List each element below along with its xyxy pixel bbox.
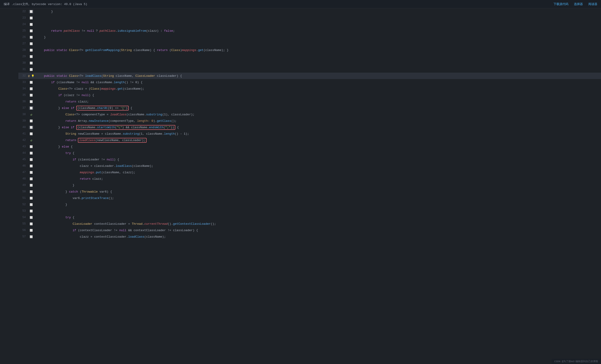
gutter-cell: ⬜ (28, 17, 35, 20)
code-row: 48⬜ return clazz; (18, 176, 601, 182)
code-content: } (35, 10, 53, 13)
code-row: 51⬜ var6.printStackTrace(); (18, 195, 601, 201)
code-content: var6.printStackTrace(); (35, 196, 114, 200)
line-number: 48 (18, 177, 28, 180)
debug-icon: ↺ (30, 113, 32, 117)
line-number: 24 (18, 23, 28, 26)
code-row: 45⬜ if (classLoader != null) { (18, 156, 601, 163)
gutter-cell: ⬜ (28, 210, 35, 212)
line-number: 30 (18, 61, 28, 65)
line-number: 46 (18, 164, 28, 168)
line-number: 42 (18, 139, 28, 142)
gutter-cell: ⬜ (28, 197, 35, 200)
line-number: 57 (18, 235, 28, 238)
code-content: } else if (className.startsWith("L") && … (35, 126, 179, 129)
gutter-cell: ⬜ (28, 30, 35, 32)
code-row: 37⬜ } else if (className.charAt(0) == '[… (18, 105, 601, 111)
line-number: 35 (18, 93, 28, 97)
gutter-cell: @ 💡 (28, 74, 35, 77)
breakpoint-indicator: ⬜ (29, 126, 34, 129)
code-row: 33⬜ if (className != null && className.l… (18, 79, 601, 85)
code-content: } (35, 184, 74, 187)
gutter-cell: ⬜ (28, 216, 35, 219)
line-number: 38 (18, 113, 28, 116)
code-content: if (clazz != null) { (35, 93, 94, 97)
download-source-action[interactable]: 下载源代码 (553, 2, 568, 6)
code-content: return pathClass != null ? pathClass.isA… (35, 29, 175, 33)
code-content: return loadClass(newClassName, classLoad… (35, 139, 147, 142)
line-number: 26 (18, 36, 28, 39)
empty-gutter: ⬜ (30, 190, 33, 193)
empty-gutter: ⬜ (30, 235, 33, 238)
code-content: } (35, 203, 67, 206)
line-number: 50 (18, 190, 28, 193)
empty-gutter: ⬜ (30, 164, 33, 168)
gutter-cell: ⬜ (28, 177, 35, 180)
empty-gutter: ⬜ (30, 197, 33, 200)
gutter-cell: ⬜ (28, 49, 35, 52)
empty-gutter: ⬜ (30, 177, 33, 180)
line-number: 32 (18, 74, 28, 77)
code-row: 47⬜ mappings.put(className, clazz); (18, 169, 601, 176)
code-content: clazz = classLoader.loadClass(className)… (35, 164, 153, 168)
empty-gutter: ⬜ (30, 87, 33, 90)
code-content: } else { (35, 145, 73, 148)
line-number: 37 (18, 106, 28, 110)
gutter-cell: ⬜ (28, 106, 35, 110)
empty-gutter: ⬜ (30, 120, 33, 122)
line-number: 40 (18, 126, 28, 129)
selector-action[interactable]: 选择器 (574, 2, 583, 6)
line-number: 43 (18, 145, 28, 148)
empty-gutter: ⬜ (30, 229, 33, 232)
gutter-cell: ⬜ (28, 120, 35, 122)
empty-gutter: ⬜ (30, 145, 33, 148)
code-content: ClassLoader contextClassLoader = Thread.… (35, 222, 216, 226)
empty-gutter: ⬜ (30, 94, 33, 97)
code-row: 26⬜ } (18, 34, 601, 40)
code-editor[interactable]: 22⬜ }23⬜24⬜25⬜ return pathClass != null … (18, 8, 601, 364)
empty-gutter: ⬜ (30, 30, 33, 32)
code-row: 50⬜ } catch (Throwable var6) { (18, 188, 601, 195)
code-row: 43⬜ } else { (18, 143, 601, 150)
empty-gutter: ⬜ (30, 210, 33, 212)
line-number: 51 (18, 196, 28, 200)
empty-gutter: ⬜ (30, 158, 33, 161)
code-row: 44⬜ try { (18, 150, 601, 156)
reader-action[interactable]: 阅读器 (588, 2, 597, 6)
empty-gutter: ⬜ (30, 68, 33, 71)
line-number: 34 (18, 87, 28, 90)
gutter-cell: ⬜ (28, 145, 35, 148)
code-row: 25⬜ return pathClass != null ? pathClass… (18, 28, 601, 34)
line-number: 22 (18, 10, 28, 13)
code-row: 55⬜ ClassLoader contextClassLoader = Thr… (18, 221, 601, 227)
gutter-cell: ⬜ (28, 126, 35, 129)
empty-gutter: ⬜ (30, 81, 33, 84)
empty-gutter: ⬜ (30, 171, 33, 174)
empty-gutter: ⬜ (30, 132, 33, 135)
gutter-cell: ⬜ (28, 171, 35, 174)
gutter-cell: ↺ (28, 113, 35, 117)
code-row: 54⬜ try { (18, 214, 601, 221)
gutter-cell: ⬜ (28, 190, 35, 193)
code-row: 41⬜ String newClassName = className.subs… (18, 131, 601, 137)
code-row: 22⬜ } (18, 8, 601, 15)
code-row: 52⬜ } (18, 201, 601, 208)
gutter-cell: ⬜ (28, 94, 35, 97)
code-content: return clazz; (35, 100, 89, 103)
line-number: 52 (18, 203, 28, 206)
code-row: 28⬜ public static Class<?> getClassFromM… (18, 47, 601, 53)
code-content: mappings.put(className, clazz); (35, 171, 135, 174)
code-row: 30⬜ (18, 60, 601, 66)
line-number: 49 (18, 184, 28, 187)
line-number: 23 (18, 16, 28, 20)
code-content: if (className != null && className.lengt… (35, 81, 142, 84)
code-content: String newClassName = className.substrin… (35, 132, 189, 136)
gutter-cell: ⬜ (28, 132, 35, 135)
line-number: 27 (18, 42, 28, 45)
gutter-cell: ⬜ (28, 81, 35, 84)
gutter-cell: ⬜ (28, 10, 35, 13)
code-content: try { (35, 152, 74, 155)
code-row: 42↺ return loadClass(newClassName, class… (18, 137, 601, 143)
breakpoint-indicator: ⬜ (29, 10, 34, 13)
code-content: } else if (className.charAt(0) == '[') { (35, 106, 132, 110)
